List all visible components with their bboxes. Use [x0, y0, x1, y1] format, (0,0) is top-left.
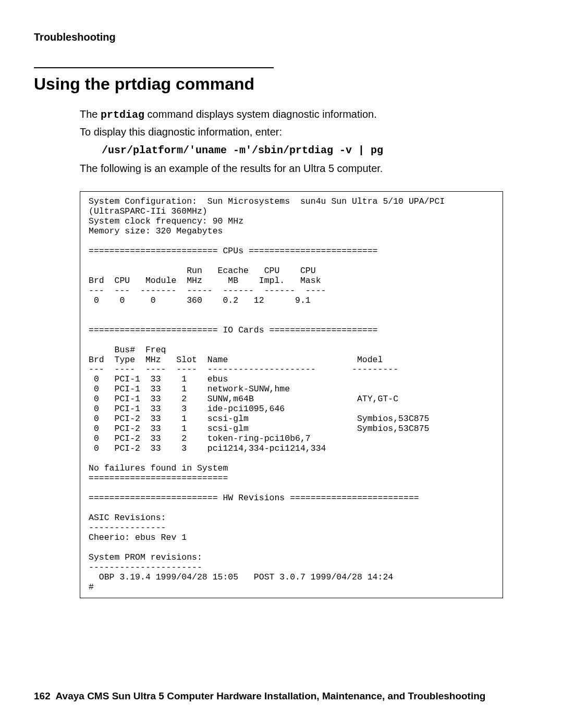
page-footer: 162 Avaya CMS Sun Ultra 5 Computer Hardw… [34, 690, 485, 702]
section-title: Using the prtdiag command [34, 75, 529, 94]
section-rule [34, 67, 274, 68]
paragraph-3: The following is an example of the resul… [80, 161, 529, 177]
body-content: The prtdiag command displays system diag… [34, 106, 529, 598]
p1-text-b: command displays system diagnostic infor… [144, 108, 377, 120]
command-line: /usr/platform/'uname -m'/sbin/prtdiag -v… [80, 142, 529, 158]
footer-page-number: 162 [34, 690, 51, 701]
paragraph-2: To display this diagnostic information, … [80, 124, 529, 140]
p1-text-a: The [80, 108, 101, 120]
footer-title: Avaya CMS Sun Ultra 5 Computer Hardware … [56, 690, 486, 701]
p1-cmd: prtdiag [101, 109, 144, 121]
output-box: System Configuration: Sun Microsystems s… [80, 191, 503, 598]
page-header: Troubleshooting [34, 31, 529, 43]
paragraph-1: The prtdiag command displays system diag… [80, 106, 529, 123]
